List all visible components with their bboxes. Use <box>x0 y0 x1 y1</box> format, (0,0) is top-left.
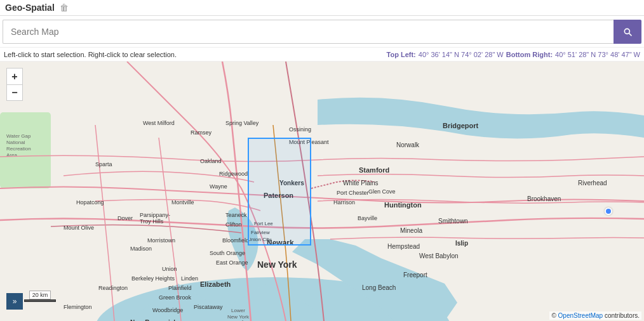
svg-text:Readington: Readington <box>98 285 128 291</box>
svg-text:Riverhead: Riverhead <box>578 180 607 187</box>
attribution-text: © <box>551 312 558 319</box>
svg-text:Ossining: Ossining <box>289 126 311 133</box>
svg-text:Ridgewood: Ridgewood <box>219 171 248 177</box>
svg-text:Woodbridge: Woodbridge <box>152 307 183 313</box>
zoom-out-button[interactable]: − <box>6 84 23 101</box>
scale-text: 20 km <box>32 292 48 298</box>
svg-text:Norwalk: Norwalk <box>396 141 420 148</box>
svg-text:Harrison: Harrison <box>333 199 355 206</box>
selection-rectangle <box>248 138 311 246</box>
map-svg: Water Gap National Recreation Area Pater… <box>0 62 644 321</box>
svg-text:New York: New York <box>257 259 297 270</box>
svg-text:Smithtown: Smithtown <box>438 218 468 225</box>
svg-text:Islip: Islip <box>455 240 468 247</box>
search-button[interactable] <box>614 20 641 44</box>
scale-bar: 20 km <box>24 291 56 302</box>
info-bar: Left-click to start selection. Right-cli… <box>0 48 644 62</box>
svg-text:Troy Hills: Troy Hills <box>140 218 164 225</box>
svg-text:Hempstead: Hempstead <box>387 243 420 250</box>
bottom-right-coords: 40° 51' 28" N 73° 48' 47" W <box>555 51 640 58</box>
search-input[interactable] <box>3 20 614 44</box>
svg-text:Plainfield: Plainfield <box>168 285 192 291</box>
search-icon <box>622 27 633 37</box>
svg-text:East Orange: East Orange <box>216 259 248 266</box>
top-left-coords: 40° 36' 14" N 74° 02' 28" W <box>419 51 504 58</box>
svg-text:Hopatcong: Hopatcong <box>76 199 104 206</box>
svg-text:Mount Olive: Mount Olive <box>64 225 94 231</box>
zoom-in-button[interactable]: + <box>6 68 23 84</box>
svg-text:Linden: Linden <box>181 275 198 282</box>
svg-text:Lower: Lower <box>231 308 245 313</box>
instruction-text: Left-click to start selection. Right-cli… <box>4 51 177 58</box>
trash-icon[interactable]: 🗑 <box>60 3 69 13</box>
search-bar <box>0 16 644 48</box>
svg-text:Montville: Montville <box>171 199 194 206</box>
svg-text:West Milford: West Milford <box>143 120 175 126</box>
coordinates-section: Top Left: 40° 36' 14" N 74° 02' 28" W Bo… <box>387 51 640 58</box>
svg-text:South Orange: South Orange <box>210 250 245 256</box>
zoom-controls: + − <box>6 68 23 101</box>
svg-text:Parsippany-: Parsippany- <box>140 212 170 218</box>
svg-text:Brookhaven: Brookhaven <box>527 195 561 202</box>
svg-text:Sparta: Sparta <box>95 161 112 167</box>
svg-text:Spring Valley: Spring Valley <box>225 120 259 126</box>
svg-text:Teaneck: Teaneck <box>225 212 247 218</box>
svg-text:Oakland: Oakland <box>200 158 222 164</box>
svg-text:Water Gap: Water Gap <box>6 133 31 139</box>
svg-text:Berkeley Heights: Berkeley Heights <box>131 275 175 282</box>
svg-text:Huntington: Huntington <box>384 201 422 209</box>
svg-text:Morristown: Morristown <box>147 237 175 244</box>
svg-text:Madison: Madison <box>130 246 152 252</box>
svg-text:Area: Area <box>6 152 17 158</box>
app-header: Geo-Spatial 🗑 <box>0 0 644 16</box>
svg-text:Piscataway: Piscataway <box>194 304 223 310</box>
svg-text:West Babylon: West Babylon <box>419 252 459 259</box>
location-marker[interactable] <box>605 207 612 215</box>
svg-text:Flemington: Flemington <box>64 304 92 310</box>
map-container[interactable]: Water Gap National Recreation Area Pater… <box>0 62 644 321</box>
svg-text:Clifton: Clifton <box>225 221 242 228</box>
svg-text:New York: New York <box>227 314 250 320</box>
svg-text:Dover: Dover <box>117 215 133 221</box>
svg-text:Glen Cove: Glen Cove <box>368 188 396 195</box>
top-left-label: Top Left: <box>387 51 416 58</box>
svg-text:Wayne: Wayne <box>210 183 227 190</box>
svg-text:Green Brook: Green Brook <box>159 294 192 301</box>
svg-text:Recreation: Recreation <box>6 146 31 152</box>
svg-text:Bayville: Bayville <box>358 215 377 221</box>
svg-text:Union: Union <box>162 266 177 272</box>
attribution-suffix: contributors. <box>603 312 640 319</box>
svg-text:Ramsey: Ramsey <box>191 129 212 136</box>
svg-text:Stamford: Stamford <box>359 166 389 174</box>
svg-text:Freeport: Freeport <box>403 272 427 278</box>
svg-text:Bridgeport: Bridgeport <box>443 122 479 129</box>
openstreetmap-link[interactable]: OpenStreetMap <box>558 312 603 319</box>
expand-button[interactable]: » <box>6 293 23 310</box>
svg-text:Port Chester: Port Chester <box>337 190 369 196</box>
svg-text:National: National <box>6 140 25 145</box>
map-attribution: © OpenStreetMap contributors. <box>549 311 641 320</box>
svg-text:White Plains: White Plains <box>343 180 379 187</box>
bottom-right-label: Bottom Right: <box>506 51 553 58</box>
svg-text:Elizabeth: Elizabeth <box>200 280 231 288</box>
app-title: Geo-Spatial <box>5 3 55 13</box>
svg-text:Bloomfield: Bloomfield <box>222 237 249 244</box>
svg-text:Long Beach: Long Beach <box>362 284 396 291</box>
svg-text:Mineola: Mineola <box>400 227 422 234</box>
